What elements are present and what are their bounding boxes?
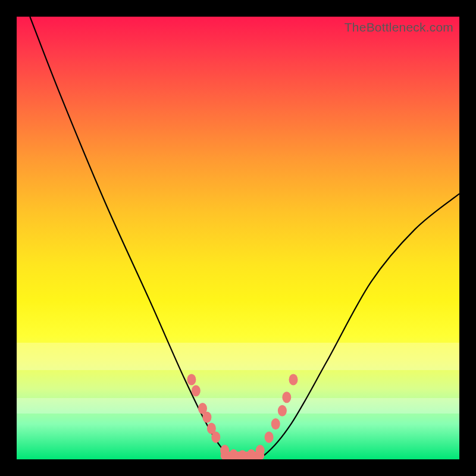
marker-dot xyxy=(192,385,201,396)
marker-dot xyxy=(211,431,220,443)
marker-dot xyxy=(187,374,196,386)
marker-dot xyxy=(265,431,274,443)
marker-dot xyxy=(229,449,238,459)
marker-dot xyxy=(202,412,211,423)
bottleneck-curve xyxy=(30,17,459,459)
marker-dot xyxy=(256,445,265,456)
chart-svg xyxy=(17,17,459,459)
pale-band-lower xyxy=(17,398,459,413)
marker-group xyxy=(187,374,298,459)
marker-dot xyxy=(238,450,247,459)
marker-dot xyxy=(271,418,280,430)
pale-band-upper xyxy=(17,343,459,370)
marker-dot xyxy=(207,422,216,434)
watermark-text: TheBottleneck.com xyxy=(345,20,453,35)
marker-dot xyxy=(220,445,229,456)
marker-dot xyxy=(289,374,298,386)
chart-plot-area: TheBottleneck.com xyxy=(17,17,459,459)
marker-dot xyxy=(247,449,256,459)
